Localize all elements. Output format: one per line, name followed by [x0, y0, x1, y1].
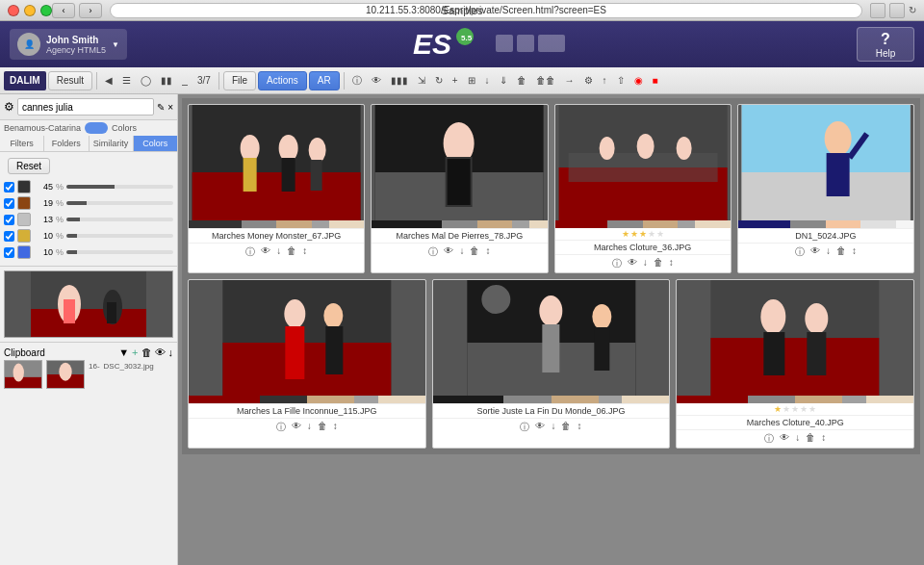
- photo-download-icon-2[interactable]: ↓: [643, 257, 648, 270]
- photo-download-icon-5[interactable]: ↓: [551, 421, 555, 434]
- clipboard-eye-icon[interactable]: 👁: [155, 347, 166, 358]
- star-6-4[interactable]: ★: [800, 404, 808, 414]
- tools-icon[interactable]: ⚙: [580, 73, 597, 88]
- reload-button[interactable]: ↻: [909, 5, 916, 15]
- minimize-button[interactable]: [24, 5, 36, 16]
- color-checkbox-0[interactable]: [4, 182, 14, 193]
- back-button[interactable]: ‹: [52, 3, 75, 18]
- pen-icon[interactable]: ✎: [157, 102, 165, 113]
- photo-download-icon-3[interactable]: ↓: [826, 245, 831, 259]
- star-3[interactable]: ★: [639, 229, 647, 239]
- star-2[interactable]: ★: [630, 229, 638, 239]
- sidebar-settings-icon[interactable]: ⚙: [4, 100, 14, 114]
- star-6-1[interactable]: ★: [774, 404, 782, 414]
- star-6-3[interactable]: ★: [791, 404, 799, 414]
- photo-delete-icon-0[interactable]: 🗑: [287, 245, 296, 259]
- delete-icon[interactable]: 🗑: [513, 73, 530, 88]
- star-6-5[interactable]: ★: [808, 404, 816, 414]
- photo-download-icon-1[interactable]: ↓: [459, 245, 464, 259]
- download-all-icon[interactable]: ⇓: [496, 73, 511, 88]
- nav-back-icon[interactable]: ◀: [101, 73, 116, 88]
- toggle-switch[interactable]: [85, 122, 108, 134]
- add-all-icon[interactable]: ⊞: [464, 73, 479, 88]
- photo-info-icon-6[interactable]: ⓘ: [764, 432, 774, 446]
- photo-delete-icon-5[interactable]: 🗑: [561, 421, 571, 434]
- nav-pause-icon[interactable]: ▮▮: [157, 73, 176, 88]
- photo-eye-icon-1[interactable]: 👁: [444, 245, 453, 259]
- chart-icon[interactable]: ▮▮▮: [387, 73, 412, 88]
- photo-move-icon-2[interactable]: ↕: [669, 257, 674, 270]
- photo-download-icon-4[interactable]: ↓: [307, 421, 312, 434]
- photo-info-icon-1[interactable]: ⓘ: [428, 245, 438, 259]
- photo-eye-icon-4[interactable]: 👁: [292, 421, 301, 434]
- photo-eye-icon-2[interactable]: 👁: [628, 257, 637, 270]
- add-icon[interactable]: +: [449, 73, 462, 88]
- nav-circle-icon[interactable]: ◯: [137, 73, 155, 88]
- color-slider-2[interactable]: [66, 218, 173, 221]
- nav-list-icon[interactable]: ☰: [118, 73, 135, 88]
- refresh-icon[interactable]: ↻: [431, 73, 447, 88]
- photo-info-icon-3[interactable]: ⓘ: [795, 245, 805, 259]
- upload-icon[interactable]: ↑: [599, 73, 611, 88]
- user-dropdown-icon[interactable]: ▼: [112, 40, 119, 49]
- reset-button[interactable]: Reset: [8, 158, 50, 174]
- photo-move-icon-6[interactable]: ↕: [821, 432, 826, 446]
- folders-tab[interactable]: Folders: [44, 136, 89, 151]
- photo-move-icon-4[interactable]: ↕: [333, 421, 338, 434]
- search-input[interactable]: [17, 98, 154, 116]
- color-checkbox-1[interactable]: [4, 198, 14, 209]
- bookmark-icon[interactable]: [889, 3, 905, 18]
- forward-button[interactable]: ›: [79, 3, 102, 18]
- clipboard-dropdown-icon[interactable]: ▼: [118, 347, 129, 358]
- download-icon[interactable]: ↓: [481, 73, 494, 88]
- photo-info-icon-4[interactable]: ⓘ: [276, 421, 286, 434]
- clipboard-item-1[interactable]: [46, 360, 85, 389]
- ar-button[interactable]: AR: [309, 71, 340, 90]
- photo-delete-icon-4[interactable]: 🗑: [318, 421, 327, 434]
- photo-info-icon-0[interactable]: ⓘ: [245, 245, 255, 259]
- file-button[interactable]: File: [223, 71, 256, 90]
- photo-download-icon-0[interactable]: ↓: [276, 245, 281, 259]
- clipboard-delete-icon[interactable]: 🗑: [141, 347, 152, 358]
- help-button[interactable]: ? Help: [857, 27, 914, 62]
- photo-info-icon-5[interactable]: ⓘ: [520, 421, 529, 434]
- filters-tab[interactable]: Filters: [0, 136, 44, 151]
- upload2-icon[interactable]: ⇧: [613, 73, 629, 88]
- clipboard-item-0[interactable]: [4, 360, 42, 389]
- slider-icon[interactable]: ⎯: [178, 73, 192, 88]
- photo-eye-icon-6[interactable]: 👁: [780, 432, 789, 446]
- color-slider-3[interactable]: [66, 234, 173, 238]
- rec-icon[interactable]: ◉: [630, 73, 647, 88]
- clear-icon[interactable]: ×: [167, 102, 173, 113]
- delete-all-icon[interactable]: 🗑🗑: [532, 73, 559, 88]
- photo-delete-icon-6[interactable]: 🗑: [806, 432, 815, 446]
- url-bar[interactable]: 10.211.55.3:8080/Esprit/private/Screen.h…: [110, 3, 862, 18]
- close-button[interactable]: [8, 5, 19, 16]
- photo-move-icon-3[interactable]: ↕: [852, 245, 857, 259]
- user-panel[interactable]: 👤 John Smith Agency HTML5 ▼: [10, 29, 127, 60]
- photo-info-icon-2[interactable]: ⓘ: [612, 257, 622, 270]
- eye-icon[interactable]: 👁: [368, 73, 385, 88]
- photo-move-icon-5[interactable]: ↕: [577, 421, 581, 434]
- info-icon[interactable]: ⓘ: [348, 72, 366, 90]
- photo-eye-icon-3[interactable]: 👁: [810, 245, 820, 259]
- maximize-button[interactable]: [40, 5, 52, 16]
- color-slider-4[interactable]: [66, 250, 173, 254]
- arrow-icon[interactable]: →: [561, 73, 578, 88]
- star-6-2[interactable]: ★: [783, 404, 790, 414]
- photo-download-icon-6[interactable]: ↓: [795, 432, 800, 446]
- color-checkbox-3[interactable]: [4, 231, 14, 242]
- photo-delete-icon-3[interactable]: 🗑: [836, 245, 846, 259]
- photo-stars-6[interactable]: ★ ★ ★ ★ ★: [677, 403, 913, 415]
- color-slider-1[interactable]: [66, 201, 173, 205]
- similarity-tab[interactable]: Similarity: [90, 136, 134, 151]
- photo-move-icon-0[interactable]: ↕: [302, 245, 307, 259]
- star-5[interactable]: ★: [656, 229, 664, 239]
- actions-button[interactable]: Actions: [258, 71, 307, 90]
- star-1[interactable]: ★: [622, 229, 629, 239]
- export-icon[interactable]: ⇲: [414, 73, 429, 88]
- share-icon[interactable]: [870, 3, 886, 18]
- photo-eye-icon-5[interactable]: 👁: [535, 421, 545, 434]
- photo-move-icon-1[interactable]: ↕: [485, 245, 490, 259]
- color-checkbox-4[interactable]: [4, 247, 14, 258]
